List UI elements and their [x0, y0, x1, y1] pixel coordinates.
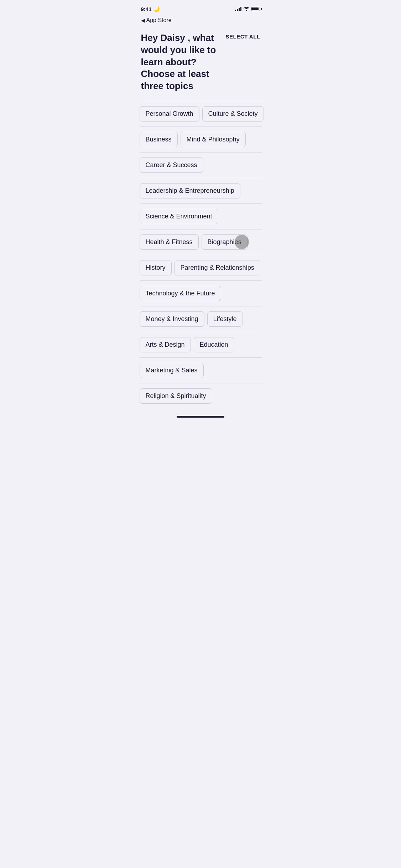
- topic-row: Leadership & Entrepreneurship: [140, 178, 262, 203]
- time-display: 9:41: [141, 6, 152, 12]
- home-bar: [177, 416, 224, 418]
- topic-row: Money & InvestingLifestyle: [140, 306, 262, 332]
- topic-chip-lifestyle[interactable]: Lifestyle: [207, 311, 243, 327]
- moon-icon: 🌙: [153, 6, 160, 12]
- status-time: 9:41 🌙: [141, 6, 160, 12]
- topic-chip-biographies[interactable]: Biographies: [202, 234, 248, 250]
- topic-chip-technology-future[interactable]: Technology & the Future: [140, 286, 221, 301]
- status-icons: [235, 7, 260, 11]
- home-indicator: [134, 409, 267, 420]
- topic-chip-arts-design[interactable]: Arts & Design: [140, 337, 191, 352]
- back-label: App Store: [146, 17, 172, 24]
- topic-chip-mind-philosophy[interactable]: Mind & Philosophy: [181, 132, 246, 147]
- topic-chip-history[interactable]: History: [140, 260, 172, 275]
- topic-row: Arts & DesignEducation: [140, 332, 262, 357]
- page-title: Hey Daisy , what would you like to learn…: [141, 32, 223, 92]
- back-button[interactable]: ◀ App Store: [141, 17, 172, 24]
- battery-icon: [251, 7, 260, 11]
- page-header: Hey Daisy , what would you like to learn…: [134, 26, 267, 101]
- topic-chip-money-investing[interactable]: Money & Investing: [140, 311, 204, 327]
- topic-chip-personal-growth[interactable]: Personal Growth: [140, 106, 199, 122]
- topic-row: Technology & the Future: [140, 280, 262, 306]
- topic-chip-culture-society[interactable]: Culture & Society: [202, 106, 264, 122]
- topic-row: BusinessMind & Philosophy: [140, 126, 262, 152]
- back-arrow-icon: ◀: [141, 17, 145, 23]
- topic-chip-science-environment[interactable]: Science & Environment: [140, 209, 218, 224]
- wifi-icon: [244, 7, 249, 11]
- topic-chip-religion-spirituality[interactable]: Religion & Spirituality: [140, 388, 212, 404]
- topics-container: Personal GrowthCulture & SocietyBusiness…: [134, 101, 267, 409]
- topic-row: Science & Environment: [140, 203, 262, 229]
- select-all-button[interactable]: SELECT ALL: [226, 32, 260, 40]
- cursor-overlay: [235, 235, 249, 249]
- topic-chip-parenting-relationships[interactable]: Parenting & Relationships: [175, 260, 260, 275]
- topic-row: Marketing & Sales: [140, 357, 262, 383]
- topic-row: Personal GrowthCulture & Society: [140, 101, 262, 126]
- topic-chip-business[interactable]: Business: [140, 132, 178, 147]
- status-bar: 9:41 🌙: [134, 0, 267, 16]
- topic-chip-marketing-sales[interactable]: Marketing & Sales: [140, 363, 204, 378]
- topic-row: Religion & Spirituality: [140, 383, 262, 409]
- topic-row: Career & Success: [140, 152, 262, 178]
- topic-chip-health-fitness[interactable]: Health & Fitness: [140, 234, 199, 250]
- topic-row: HistoryParenting & Relationships: [140, 255, 262, 280]
- nav-bar: ◀ App Store: [134, 16, 267, 26]
- topic-chip-education[interactable]: Education: [194, 337, 234, 352]
- topic-chip-leadership-entrepreneurship[interactable]: Leadership & Entrepreneurship: [140, 183, 240, 198]
- topic-chip-career-success[interactable]: Career & Success: [140, 157, 203, 173]
- topic-row: Health & FitnessBiographies: [140, 229, 262, 255]
- signal-icon: [235, 7, 241, 11]
